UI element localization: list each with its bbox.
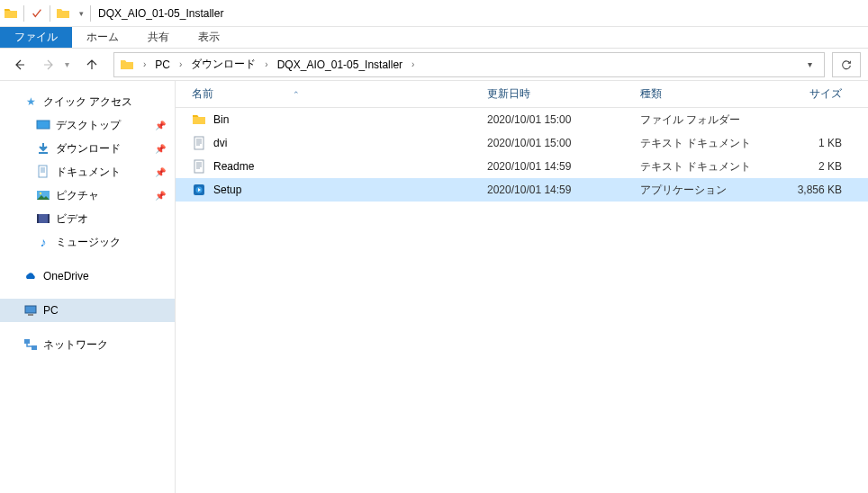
- content-area: ★ クイック アクセス デスクトップ 📌 ダウンロード 📌 ドキュメント 📌 ピ…: [0, 81, 868, 493]
- file-name: Readme: [213, 160, 254, 173]
- onedrive-icon: [23, 269, 38, 283]
- chevron-right-icon[interactable]: ›: [176, 59, 185, 69]
- chevron-right-icon[interactable]: ›: [261, 59, 271, 69]
- app-icon: [192, 183, 206, 197]
- tab-file[interactable]: ファイル: [0, 27, 72, 48]
- separator: [23, 5, 24, 22]
- music-icon: ♪: [36, 235, 50, 249]
- file-name: Setup: [213, 184, 241, 196]
- sidebar-item-label: ドキュメント: [56, 165, 121, 180]
- sidebar-documents[interactable]: ドキュメント 📌: [0, 160, 175, 184]
- downloads-icon: [36, 141, 50, 156]
- sidebar-onedrive[interactable]: OneDrive: [0, 264, 175, 288]
- sidebar-item-label: OneDrive: [43, 270, 89, 282]
- file-list-area: 名前 ⌃ 更新日時 種類 サイズ Bin2020/10/01 15:00ファイル…: [176, 81, 868, 493]
- tab-view[interactable]: 表示: [184, 27, 234, 48]
- crumb-current[interactable]: DQX_AIO_01-05_Installer: [272, 53, 408, 76]
- file-row[interactable]: Bin2020/10/01 15:00ファイル フォルダー: [176, 108, 868, 131]
- sidebar: ★ クイック アクセス デスクトップ 📌 ダウンロード 📌 ドキュメント 📌 ピ…: [0, 81, 176, 493]
- address-dropdown-icon[interactable]: ▾: [799, 53, 820, 76]
- column-name-label: 名前: [192, 86, 213, 102]
- file-name: dvi: [213, 137, 227, 149]
- column-headers: 名前 ⌃ 更新日時 種類 サイズ: [176, 81, 868, 108]
- documents-icon: [36, 165, 50, 179]
- sidebar-downloads[interactable]: ダウンロード 📌: [0, 137, 175, 160]
- pin-icon: 📌: [155, 167, 166, 177]
- sidebar-item-label: クイック アクセス: [43, 94, 132, 110]
- crumb-downloads[interactable]: ダウンロード: [185, 53, 261, 76]
- folder-icon: [192, 112, 206, 127]
- svg-rect-7: [48, 214, 50, 223]
- file-row[interactable]: dvi2020/10/01 15:00テキスト ドキュメント1 KB: [176, 131, 868, 155]
- sidebar-pictures[interactable]: ピクチャ 📌: [0, 184, 175, 207]
- sidebar-item-label: ピクチャ: [56, 188, 99, 203]
- file-type: テキスト ドキュメント: [640, 159, 775, 175]
- file-type: アプリケーション: [640, 183, 775, 198]
- window-title: DQX_AIO_01-05_Installer: [98, 7, 223, 20]
- file-date: 2020/10/01 14:59: [487, 184, 640, 196]
- svg-point-4: [40, 193, 41, 194]
- file-type: ファイル フォルダー: [640, 112, 775, 128]
- pin-icon: 📌: [155, 121, 166, 130]
- ribbon-tabs: ファイル ホーム 共有 表示: [0, 27, 868, 49]
- file-date: 2020/10/01 15:00: [487, 113, 640, 126]
- refresh-button[interactable]: [832, 52, 861, 77]
- history-dropdown-icon[interactable]: ▾: [65, 59, 76, 69]
- sidebar-item-label: ミュージック: [56, 235, 121, 250]
- column-name[interactable]: 名前 ⌃: [192, 86, 487, 102]
- file-row[interactable]: Setup2020/10/01 14:59アプリケーション3,856 KB: [176, 178, 868, 202]
- file-date: 2020/10/01 15:00: [487, 137, 640, 149]
- sidebar-desktop[interactable]: デスクトップ 📌: [0, 113, 175, 137]
- qat-properties-icon[interactable]: [26, 0, 48, 27]
- svg-rect-8: [25, 306, 36, 313]
- tab-home[interactable]: ホーム: [72, 27, 133, 48]
- title-bar: ▾ DQX_AIO_01-05_Installer: [0, 0, 868, 27]
- sidebar-network[interactable]: ネットワーク: [0, 333, 175, 356]
- desktop-icon: [36, 118, 50, 132]
- crumb-pc[interactable]: PC: [149, 53, 176, 76]
- pin-icon: 📌: [155, 191, 166, 201]
- sidebar-item-label: ビデオ: [56, 211, 88, 227]
- file-type: テキスト ドキュメント: [640, 136, 775, 151]
- address-root-icon[interactable]: [118, 53, 140, 76]
- svg-rect-5: [37, 214, 50, 223]
- file-size: 2 KB: [775, 160, 851, 173]
- qat-dropdown-icon[interactable]: ▾: [74, 0, 88, 27]
- sidebar-quick-access[interactable]: ★ クイック アクセス: [0, 90, 175, 113]
- address-bar[interactable]: › PC › ダウンロード › DQX_AIO_01-05_Installer …: [113, 52, 825, 77]
- pc-icon: [23, 303, 38, 318]
- chevron-right-icon[interactable]: ›: [408, 59, 418, 69]
- sidebar-item-label: ネットワーク: [43, 337, 108, 353]
- sidebar-videos[interactable]: ビデオ: [0, 207, 175, 230]
- chevron-right-icon[interactable]: ›: [140, 59, 149, 69]
- star-icon: ★: [23, 94, 38, 109]
- svg-rect-6: [37, 214, 39, 223]
- sidebar-music[interactable]: ♪ ミュージック: [0, 230, 175, 254]
- sidebar-item-label: PC: [43, 304, 59, 317]
- separator: [50, 5, 50, 22]
- separator: [90, 5, 91, 22]
- tab-share[interactable]: 共有: [133, 27, 184, 48]
- forward-button[interactable]: [36, 52, 61, 77]
- svg-rect-9: [28, 314, 33, 316]
- videos-icon: [36, 211, 50, 226]
- column-size[interactable]: サイズ: [775, 86, 851, 102]
- folder-window-icon: [0, 0, 22, 27]
- file-name: Bin: [213, 113, 229, 126]
- file-rows: Bin2020/10/01 15:00ファイル フォルダーdvi2020/10/…: [176, 108, 868, 202]
- pin-icon: 📌: [155, 144, 166, 154]
- qat-folder-icon[interactable]: [52, 0, 74, 27]
- file-size: 3,856 KB: [775, 184, 851, 196]
- up-button[interactable]: [79, 52, 104, 77]
- file-size: 1 KB: [775, 137, 851, 149]
- file-row[interactable]: Readme2020/10/01 14:59テキスト ドキュメント2 KB: [176, 155, 868, 178]
- column-type[interactable]: 種類: [640, 86, 775, 102]
- text-icon: [192, 159, 206, 174]
- sidebar-pc[interactable]: PC: [0, 299, 175, 322]
- network-icon: [23, 337, 38, 352]
- nav-bar: ▾ › PC › ダウンロード › DQX_AIO_01-05_Installe…: [0, 49, 868, 81]
- back-button[interactable]: [7, 52, 32, 77]
- svg-rect-10: [24, 339, 30, 344]
- column-date[interactable]: 更新日時: [487, 86, 640, 102]
- pictures-icon: [36, 188, 50, 202]
